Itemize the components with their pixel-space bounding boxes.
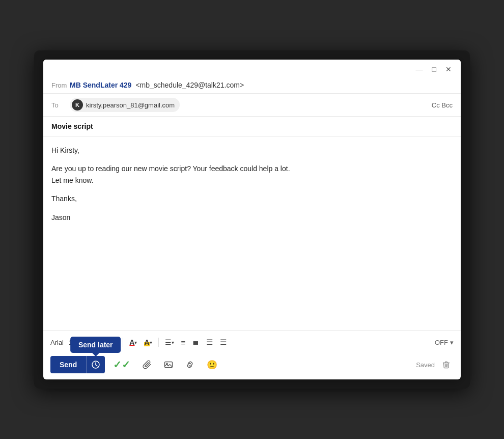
- numbered-list-icon: ≡: [181, 338, 186, 347]
- subject-text: Movie script: [51, 122, 93, 130]
- image-icon: [164, 360, 173, 369]
- check-icon: ✓✓: [113, 359, 130, 371]
- body-greeting: Hi Kirsty,: [51, 145, 453, 156]
- check-button[interactable]: ✓✓: [109, 356, 134, 373]
- separator-2: [158, 338, 159, 347]
- to-chip[interactable]: K kirsty.pearson_81@gmail.com: [70, 98, 180, 112]
- maximize-button[interactable]: □: [430, 65, 438, 74]
- off-chevron: ▾: [450, 339, 454, 346]
- send-label: Send: [60, 361, 77, 369]
- link-icon: [185, 360, 194, 369]
- body-signature: Jason: [51, 212, 453, 223]
- font-color-chevron: ▾: [134, 340, 137, 345]
- toolbar-area: Arial 10 ▾ B I U A ▾: [43, 330, 461, 379]
- send-button-group: Send Send later: [50, 356, 105, 373]
- font-color-button[interactable]: A ▾: [127, 336, 139, 348]
- window-shadow: — □ ✕ From MB SendLater 429 <mb_schedule…: [34, 50, 470, 389]
- compose-window: — □ ✕ From MB SendLater 429 <mb_schedule…: [43, 60, 461, 379]
- align-button[interactable]: ☰ ▾: [162, 336, 177, 348]
- format-toolbar: Arial 10 ▾ B I U A ▾: [50, 336, 454, 353]
- title-bar: — □ ✕: [43, 60, 461, 77]
- highlight-color-icon: A: [144, 338, 149, 346]
- italic-button[interactable]: I: [99, 336, 106, 349]
- close-button[interactable]: ✕: [443, 65, 454, 74]
- send-row: Send Send later: [50, 353, 454, 379]
- to-avatar: K: [72, 99, 83, 111]
- subject-row: Movie script: [43, 117, 461, 136]
- off-label: OFF: [435, 339, 448, 346]
- from-name: MB SendLater 429: [70, 81, 131, 89]
- body-thanks: Thanks,: [51, 193, 453, 204]
- font-size-chevron-icon: ▾: [77, 339, 80, 346]
- bold-button[interactable]: B: [87, 336, 97, 349]
- emoji-icon: 🙂: [207, 360, 217, 370]
- indent-less-icon: ☰: [206, 338, 213, 347]
- off-toggle[interactable]: OFF ▾: [435, 339, 454, 346]
- send-clock-wrapper: Send later: [86, 356, 105, 373]
- to-row: To K kirsty.pearson_81@gmail.com Cc Bcc: [43, 94, 461, 117]
- attach-button[interactable]: [138, 357, 156, 372]
- italic-icon: I: [102, 338, 104, 347]
- body-line2: Are you up to reading our new movie scri…: [51, 164, 290, 173]
- link-button[interactable]: [181, 357, 199, 372]
- title-bar-controls: — □ ✕: [414, 65, 454, 74]
- indent-less-button[interactable]: ☰: [204, 336, 215, 349]
- indent-more-icon: ☰: [220, 338, 227, 347]
- underline-button[interactable]: U: [109, 336, 120, 349]
- body-line3: Let me know.: [51, 176, 94, 184]
- from-label: From: [51, 81, 70, 89]
- svg-line-2: [96, 365, 97, 366]
- font-size-selector[interactable]: 10 ▾: [69, 339, 80, 346]
- from-row: From MB SendLater 429 <mb_schedule_429@t…: [43, 77, 461, 94]
- indent-more-button[interactable]: ☰: [217, 336, 229, 349]
- minimize-button[interactable]: —: [414, 65, 425, 74]
- align-icon: ☰: [165, 338, 172, 346]
- delete-button[interactable]: [439, 359, 454, 371]
- paperclip-icon: [143, 360, 152, 369]
- svg-rect-3: [165, 362, 173, 368]
- highlight-chevron: ▾: [150, 340, 152, 345]
- bulleted-list-button[interactable]: ≣: [190, 336, 202, 349]
- send-button[interactable]: Send: [50, 356, 86, 373]
- to-email: kirsty.pearson_81@gmail.com: [86, 101, 175, 109]
- align-chevron: ▾: [172, 340, 174, 345]
- trash-icon: [442, 361, 451, 369]
- highlight-color-button[interactable]: A ▾: [142, 336, 154, 348]
- underline-icon: U: [111, 338, 117, 347]
- font-name: Arial: [50, 339, 64, 346]
- emoji-button[interactable]: 🙂: [203, 356, 221, 373]
- clock-icon: [92, 361, 100, 369]
- email-body[interactable]: Hi Kirsty, Are you up to reading our new…: [43, 136, 461, 330]
- separator-1: [123, 338, 123, 347]
- font-color-icon: A: [129, 338, 134, 346]
- to-label: To: [51, 101, 70, 109]
- saved-label: Saved: [416, 361, 435, 369]
- numbered-list-button[interactable]: ≡: [179, 336, 188, 349]
- send-later-button[interactable]: [86, 356, 105, 373]
- body-content: Are you up to reading our new movie scri…: [51, 163, 453, 186]
- image-button[interactable]: [160, 357, 177, 372]
- cc-bcc-button[interactable]: Cc Bcc: [432, 101, 453, 109]
- font-size-value: 10: [69, 339, 76, 346]
- bulleted-list-icon: ≣: [192, 338, 199, 347]
- from-email: <mb_schedule_429@talk21.com>: [135, 81, 244, 89]
- bold-icon: B: [89, 338, 95, 347]
